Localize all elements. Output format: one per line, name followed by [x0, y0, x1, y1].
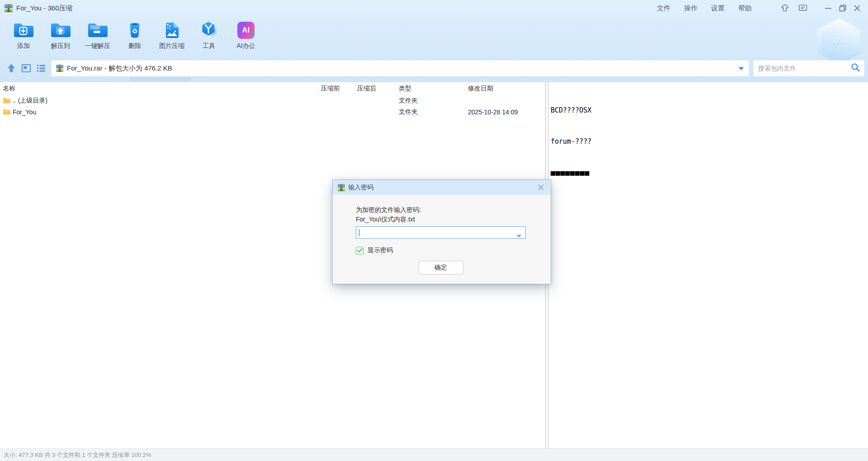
table-row-parent-dir[interactable]: .. (上级目录) 文件夹 — [0, 95, 545, 106]
row-name: For_You — [13, 108, 36, 116]
add-button[interactable]: 添加 — [6, 18, 41, 50]
window-title: For_You - 360压缩 — [16, 4, 73, 13]
folder-icon — [3, 108, 10, 115]
search-icon[interactable] — [850, 62, 860, 74]
column-size-before[interactable]: 压缩前 — [318, 85, 354, 93]
dialog-close-icon[interactable] — [536, 183, 546, 193]
ai-office-icon: AI — [235, 20, 257, 41]
file-list-header: 名称 压缩前 压缩后 类型 修改日期 — [0, 82, 545, 95]
password-input[interactable] — [356, 226, 526, 239]
dialog-titlebar[interactable]: 输入密码 — [333, 180, 551, 195]
image-compress-icon — [161, 20, 183, 41]
horizontal-scrollbar-thumb[interactable] — [130, 77, 191, 81]
column-date[interactable]: 修改日期 — [465, 85, 545, 93]
column-type[interactable]: 类型 — [396, 85, 465, 93]
archive-comment-panel: BCD????OSX forum-???? ■■■■■■■■ — [548, 82, 868, 448]
watermark-percent: 0% — [821, 22, 857, 61]
app-archive-icon — [5, 4, 13, 12]
dialog-title: 输入密码 — [348, 183, 536, 192]
ai-office-button[interactable]: AI AI办公 — [229, 18, 263, 50]
menu-help[interactable]: 帮助 — [738, 4, 752, 13]
table-row-for-you[interactable]: For_You 文件夹 2025-10-28 14:09 — [0, 106, 545, 118]
tool-label: 添加 — [17, 42, 30, 50]
toolbar: 添加 解压到 一键解压 ♻ 删除 图片压缩 — [6, 18, 263, 50]
dialog-prompt: 为加密的文件输入密码: — [356, 205, 526, 215]
trash-icon: ♻ — [124, 20, 146, 41]
one-click-extract-icon — [87, 20, 108, 41]
comment-line: BCD????OSX — [551, 105, 866, 116]
view-mode-icon[interactable] — [21, 63, 32, 74]
address-dropdown-icon[interactable] — [738, 64, 744, 72]
ok-button[interactable]: 确定 — [419, 261, 463, 274]
tool-label: 工具 — [203, 42, 215, 50]
search-input[interactable] — [758, 65, 850, 72]
up-level-icon[interactable] — [6, 63, 17, 74]
menu-settings[interactable]: 设置 — [711, 4, 725, 13]
show-password-row: 显示密码 — [356, 246, 526, 254]
password-dialog: 输入密码 为加密的文件输入密码: For_You\仪式内容.txt 显示密码 确… — [332, 179, 551, 284]
address-bar[interactable]: For_You.rar - 解包大小为 476.2 KB — [51, 60, 749, 76]
dialog-body: 为加密的文件输入密码: For_You\仪式内容.txt 显示密码 确定 — [333, 195, 551, 274]
tool-label: AI办公 — [236, 42, 255, 50]
window-chrome: For_You - 360压缩 文件 操作 设置 帮助 添加 — [0, 0, 868, 82]
one-click-extract-button[interactable]: 一键解压 — [80, 18, 115, 50]
archive-file-icon — [56, 65, 63, 72]
status-text: 大小: 477.3 KB 共 3 个文件和 1 个文件夹 压缩率 100.2% — [4, 451, 151, 459]
comment-line-blocks: ■■■■■■■■ — [551, 168, 866, 178]
logo-watermark-hexagon: 0% — [817, 18, 861, 65]
row-type: 文件夹 — [396, 97, 465, 105]
dialog-file-path: For_You\仪式内容.txt — [356, 215, 526, 224]
menu-actions[interactable]: 操作 — [684, 4, 698, 13]
dialog-archive-icon — [338, 184, 345, 191]
ai-badge: AI — [237, 22, 255, 39]
status-bar: 大小: 477.3 KB 共 3 个文件和 1 个文件夹 压缩率 100.2% — [0, 448, 868, 461]
close-button[interactable] — [851, 2, 863, 14]
column-name[interactable]: 名称 — [0, 85, 318, 93]
minimize-button[interactable] — [822, 2, 835, 14]
restore-button[interactable] — [836, 2, 849, 14]
row-date: 2025-10-28 14:09 — [465, 108, 545, 116]
feedback-icon[interactable] — [797, 3, 808, 14]
row-name: .. (上级目录) — [13, 97, 47, 105]
text-cursor — [359, 229, 359, 236]
menu-file[interactable]: 文件 — [657, 4, 670, 13]
tool-label: 图片压缩 — [159, 42, 184, 50]
column-size-after[interactable]: 压缩后 — [354, 85, 396, 93]
delete-button[interactable]: ♻ 删除 — [118, 18, 152, 50]
add-folder-icon — [13, 20, 34, 41]
comment-line: forum-???? — [551, 136, 866, 147]
row-type: 文件夹 — [396, 108, 465, 116]
skin-theme-icon[interactable] — [779, 3, 790, 14]
extract-to-button[interactable]: 解压到 — [43, 18, 78, 50]
svg-text:♻: ♻ — [132, 28, 138, 35]
folder-icon — [3, 97, 10, 104]
tool-label: 一键解压 — [85, 42, 110, 50]
show-password-checkbox[interactable] — [356, 247, 363, 254]
pathbar: For_You.rar - 解包大小为 476.2 KB — [0, 60, 868, 76]
image-compress-button[interactable]: 图片压缩 — [155, 18, 189, 50]
tool-label: 删除 — [128, 42, 141, 50]
tools-button[interactable]: 工具 — [192, 18, 226, 50]
show-password-label: 显示密码 — [368, 246, 393, 254]
password-dropdown-icon[interactable] — [516, 231, 522, 240]
tools-hexagon-icon — [198, 20, 220, 41]
titlebar: For_You - 360压缩 文件 操作 设置 帮助 — [0, 0, 868, 16]
address-text: For_You.rar - 解包大小为 476.2 KB — [67, 64, 738, 73]
tool-label: 解压到 — [51, 42, 70, 50]
extract-to-icon — [50, 20, 71, 41]
search-box — [753, 60, 864, 76]
list-view-icon[interactable] — [36, 63, 47, 74]
